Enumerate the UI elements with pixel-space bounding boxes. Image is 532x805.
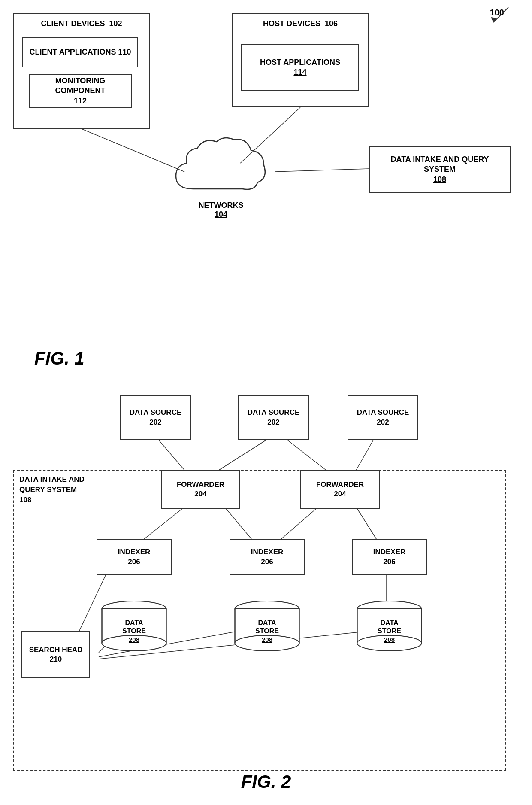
client-applications-box: CLIENT APPLICATIONS 110 (22, 37, 138, 67)
host-app-ref: 114 (293, 68, 306, 76)
fig2-label: FIG. 2 (241, 772, 291, 792)
fig1-diagram: 100 CLIENT DEVICES 102 CLIENT APPLICATIO… (0, 0, 532, 386)
indexer-3-box: INDEXER 206 (352, 539, 427, 575)
data-store-2: DATA STORE 208 (230, 601, 305, 653)
svg-text:DATA: DATA (125, 619, 143, 626)
monitoring-component-box: MONITORING COMPONENT 112 (29, 74, 132, 108)
diq-title: DATA INTAKE AND QUERY SYSTEM (391, 155, 489, 173)
forwarder-1-box: FORWARDER 204 (161, 470, 240, 509)
search-head-box: SEARCH HEAD 210 (21, 631, 90, 678)
networks-label: NETWORKS 104 (167, 201, 275, 219)
client-devices-box: CLIENT DEVICES 102 CLIENT APPLICATIONS 1… (13, 13, 150, 129)
host-app-title: HOST APPLICATIONS (260, 58, 340, 67)
client-devices-title: CLIENT DEVICES (41, 19, 105, 28)
svg-text:STORE: STORE (378, 627, 401, 635)
arrow-100-icon (485, 5, 511, 27)
svg-line-7 (287, 440, 326, 470)
data-source-2-box: DATA SOURCE 202 (238, 395, 309, 440)
svg-line-6 (219, 440, 266, 470)
diq-system-label: DATA INTAKE AND QUERY SYSTEM 108 (19, 474, 88, 505)
svg-line-5 (159, 440, 184, 470)
data-store-2-icon: DATA STORE 208 (230, 601, 305, 653)
fig2-diagram: DATA INTAKE AND QUERY SYSTEM 108 DATA SO… (0, 386, 532, 805)
client-app-ref: 110 (118, 47, 131, 57)
cloud-icon (167, 133, 275, 202)
data-intake-query-box: DATA INTAKE AND QUERY SYSTEM 108 (369, 146, 511, 193)
svg-line-0 (493, 7, 508, 22)
indexer-2-box: INDEXER 206 (230, 539, 305, 575)
fig1-label: FIG. 1 (34, 348, 85, 369)
indexer-1-box: INDEXER 206 (97, 539, 172, 575)
svg-text:DATA: DATA (380, 619, 399, 626)
monitoring-title: MONITORING COMPONENT (55, 76, 106, 95)
svg-line-8 (356, 440, 373, 470)
host-devices-title: HOST DEVICES (263, 19, 320, 28)
host-devices-ref: 106 (325, 19, 338, 28)
client-app-title: CLIENT APPLICATIONS (29, 47, 116, 57)
data-source-1-box: DATA SOURCE 202 (120, 395, 191, 440)
host-applications-box: HOST APPLICATIONS 114 (241, 44, 359, 91)
svg-text:208: 208 (129, 636, 139, 643)
data-store-3: DATA STORE 208 (352, 601, 427, 653)
diq-ref: 108 (433, 175, 446, 184)
data-store-1: DATA STORE 208 (97, 601, 172, 653)
svg-text:STORE: STORE (255, 627, 279, 635)
svg-text:208: 208 (262, 636, 272, 643)
data-store-3-icon: DATA STORE 208 (352, 601, 427, 653)
forwarder-2-box: FORWARDER 204 (300, 470, 380, 509)
client-devices-ref: 102 (109, 19, 122, 28)
data-source-3-box: DATA SOURCE 202 (348, 395, 418, 440)
data-store-1-icon: DATA STORE 208 (97, 601, 172, 653)
svg-text:DATA: DATA (258, 619, 276, 626)
networks-cloud: NETWORKS 104 (167, 133, 275, 219)
svg-text:STORE: STORE (122, 627, 146, 635)
svg-line-4 (275, 169, 369, 172)
monitoring-ref: 112 (74, 97, 87, 105)
svg-text:208: 208 (384, 636, 395, 643)
host-devices-box: HOST DEVICES 106 HOST APPLICATIONS 114 (232, 13, 369, 107)
